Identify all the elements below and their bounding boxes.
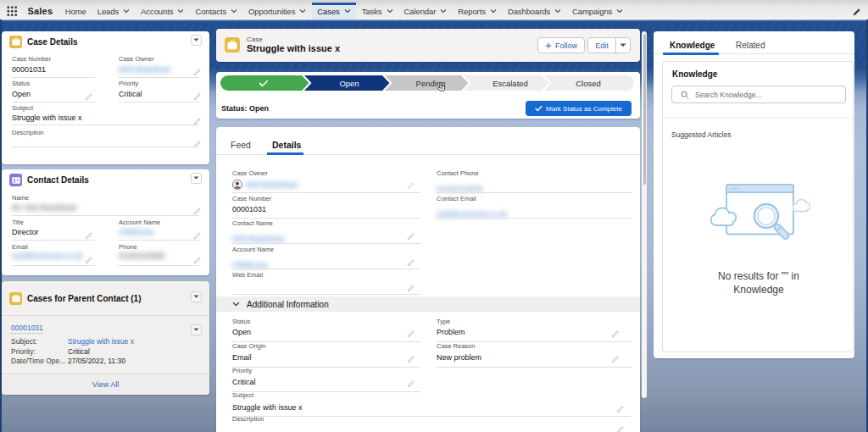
svg-text:Escalated: Escalated xyxy=(492,79,528,88)
svg-text:Open: Open xyxy=(339,79,359,88)
svg-text:Closed: Closed xyxy=(576,79,601,88)
